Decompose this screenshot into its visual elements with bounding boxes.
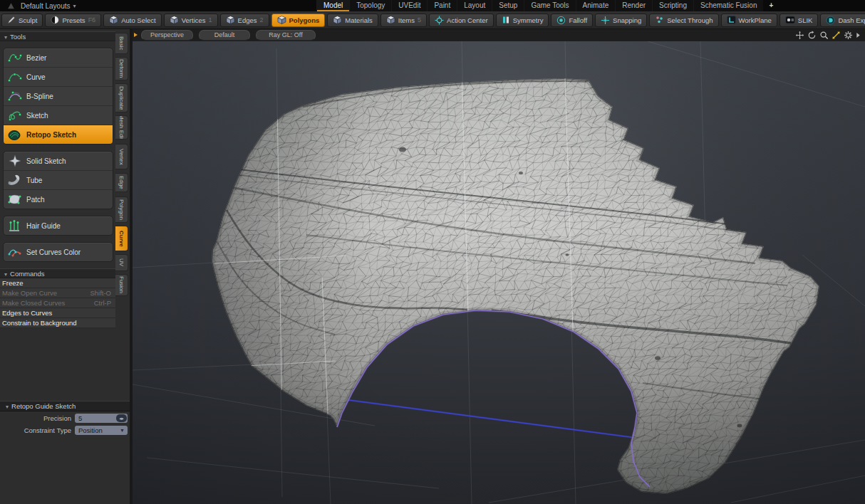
- toolbar-button-label: Polygons: [289, 16, 320, 24]
- category-tab-deform[interactable]: Deform: [115, 57, 128, 80]
- falloff-button[interactable]: Falloff: [551, 14, 593, 27]
- constraint-type-dropdown[interactable]: Position▼: [75, 426, 128, 435]
- category-tab-curve[interactable]: Curve: [115, 226, 128, 251]
- ray-gl-dropdown[interactable]: Ray GL: Off: [256, 30, 316, 41]
- collapse-triangle-icon: ▾: [4, 271, 7, 278]
- pan-icon[interactable]: [795, 31, 804, 40]
- viewport-menu-arrow-icon[interactable]: [134, 33, 138, 37]
- layout-switcher-label: Default Layouts: [21, 2, 71, 10]
- command-freeze[interactable]: Freeze: [0, 278, 115, 288]
- toolbar-button-label: Dash Export: [838, 16, 865, 24]
- command-constrain-to-background[interactable]: Constrain to Background: [0, 318, 115, 328]
- snapping-button[interactable]: Snapping: [595, 14, 647, 27]
- category-tab-polygon[interactable]: Polygon: [115, 196, 128, 223]
- dash-export-button[interactable]: Dash Export: [820, 14, 865, 27]
- vertices-button[interactable]: Vertices1: [164, 14, 218, 27]
- select-through-icon: [655, 16, 664, 24]
- edges-button[interactable]: Edges2: [220, 14, 269, 27]
- layout-tab-strip: ModelTopologyUVEditPaintLayoutSetupGame …: [316, 0, 779, 11]
- chevron-down-icon: ▼: [120, 426, 125, 435]
- category-tab-edge[interactable]: Edge: [115, 173, 128, 192]
- precision-field[interactable]: 5◂▸: [75, 414, 128, 423]
- frame-selected-icon[interactable]: [832, 31, 841, 40]
- tools-panel-title: Tools: [10, 33, 26, 41]
- properties-panel-header[interactable]: ▾Retopo Guide Sketch: [0, 401, 130, 411]
- tool-item-retopo-sketch[interactable]: Retopo Sketch: [4, 125, 113, 144]
- cube-icon: [226, 16, 235, 24]
- tool-item-label: Bezier: [26, 54, 46, 62]
- add-layout-tab-button[interactable]: +: [763, 0, 779, 11]
- layout-tab-render[interactable]: Render: [615, 0, 652, 11]
- falloff-icon: [556, 16, 566, 25]
- toolbar-button-label: Select Through: [667, 16, 713, 24]
- shading-style-dropdown[interactable]: Default: [199, 30, 250, 41]
- slik-button[interactable]: SLIK: [779, 14, 819, 27]
- tool-item-patch[interactable]: Patch: [4, 189, 113, 209]
- layout-tab-scripting[interactable]: Scripting: [652, 0, 693, 11]
- tool-item-sketch[interactable]: Sketch: [4, 105, 113, 125]
- layout-tab-game-tools[interactable]: Game Tools: [524, 0, 575, 11]
- category-tab-duplicate[interactable]: Duplicate: [115, 83, 128, 112]
- category-tab-mesh-edit[interactable]: Mesh Edit: [115, 115, 128, 140]
- app-icon[interactable]: [7, 2, 15, 10]
- layout-tab-setup[interactable]: Setup: [492, 0, 524, 11]
- presets-button[interactable]: PresetsF6: [45, 14, 101, 27]
- category-tab-fusion[interactable]: Fusion: [115, 274, 128, 296]
- shortcut-hint: 2: [259, 16, 263, 23]
- select-through-button[interactable]: Select Through: [649, 14, 718, 27]
- category-tab-basic[interactable]: Basic: [115, 33, 128, 54]
- tool-sidebar: ▾Tools BezierCurveB-SplineSketchRetopo S…: [0, 29, 130, 504]
- symmetry-icon: [502, 16, 510, 24]
- action-center-button[interactable]: Action Center: [429, 14, 494, 27]
- tool-item-curve[interactable]: Curve: [4, 67, 113, 86]
- toolbar-button-label: Materials: [345, 16, 373, 24]
- layout-tab-topology[interactable]: Topology: [349, 0, 391, 11]
- toolbar-button-label: Action Center: [447, 16, 488, 24]
- property-value: Position: [78, 426, 103, 434]
- shortcut-hint: F6: [88, 16, 96, 23]
- layout-tab-uvedit[interactable]: UVEdit: [391, 0, 427, 11]
- property-row: Constraint TypePosition▼: [0, 424, 130, 436]
- expand-icon[interactable]: [856, 32, 861, 38]
- properties-panel-title: Retopo Guide Sketch: [11, 402, 76, 410]
- orbit-icon[interactable]: [807, 31, 817, 40]
- projection-dropdown[interactable]: Perspective: [141, 30, 193, 41]
- solid-sketch-icon: [4, 154, 26, 168]
- stepper-arrows-icon[interactable]: ◂▸: [116, 414, 127, 422]
- layout-tab-layout[interactable]: Layout: [457, 0, 492, 11]
- command-edges-to-curves[interactable]: Edges to Curves: [0, 308, 115, 318]
- tool-item-tube[interactable]: Tube: [4, 170, 113, 189]
- workplane-icon: [727, 16, 736, 24]
- auto-select-button[interactable]: Auto Select: [103, 14, 162, 27]
- tools-panel-header[interactable]: ▾Tools: [0, 31, 115, 41]
- tool-item-set-curves-color[interactable]: Set Curves Color: [4, 243, 113, 261]
- commands-panel-header[interactable]: ▾Commands: [0, 268, 115, 278]
- tool-item-b-spline[interactable]: B-Spline: [4, 86, 113, 105]
- zoom-icon[interactable]: [819, 31, 829, 40]
- layout-tab-paint[interactable]: Paint: [427, 0, 457, 11]
- category-tab-uv[interactable]: UV: [115, 254, 128, 271]
- layout-tab-animate[interactable]: Animate: [576, 0, 616, 11]
- tool-item-bezier[interactable]: Bezier: [4, 48, 113, 67]
- layout-tab-model[interactable]: Model: [316, 0, 349, 11]
- cube-icon: [170, 16, 179, 24]
- layout-switcher[interactable]: Default Layouts ▾: [21, 2, 76, 10]
- symmetry-button[interactable]: Symmetry: [496, 14, 549, 27]
- toolbar-button-label: Sculpt: [19, 16, 37, 24]
- tool-item-label: Retopo Sketch: [26, 131, 76, 139]
- items-button[interactable]: Items5: [380, 14, 427, 27]
- command-label: Constrain to Background: [2, 319, 77, 327]
- workplane-button[interactable]: WorkPlane: [721, 14, 777, 27]
- settings-gear-icon[interactable]: [844, 31, 853, 40]
- sculpt-button[interactable]: Sculpt: [1, 14, 43, 27]
- modo-window: Default Layouts ▾ ModelTopologyUVEditPai…: [0, 0, 865, 504]
- viewport-3d-canvas[interactable]: [133, 41, 865, 504]
- layout-tab-schematic-fusion[interactable]: Schematic Fusion: [693, 0, 763, 11]
- polygons-button[interactable]: Polygons: [271, 14, 326, 27]
- cube-icon: [109, 16, 118, 24]
- materials-button[interactable]: Materials: [327, 14, 378, 27]
- command-label: Make Open Curve: [2, 289, 57, 297]
- tool-item-solid-sketch[interactable]: Solid Sketch: [4, 152, 113, 170]
- category-tab-vertex[interactable]: Vertex: [115, 144, 128, 169]
- tool-item-hair-guide[interactable]: Hair Guide: [4, 216, 113, 235]
